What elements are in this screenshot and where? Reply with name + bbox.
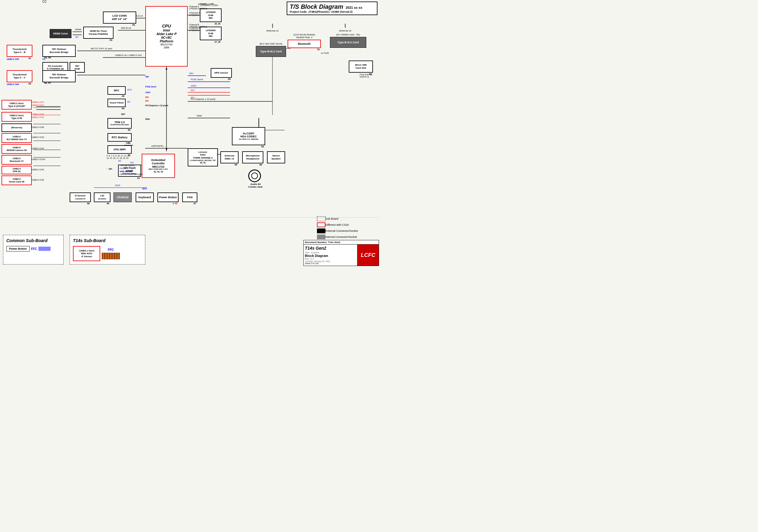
svg-text:I2C: I2C: [130, 161, 134, 164]
usb20-wwan-label: USB2.0M.2 WWAN Slot 74: [7, 135, 27, 141]
svg-text:eSPI/GPIO....: eSPI/GPIO....: [151, 145, 166, 148]
reserve-box: (Reserve): [2, 123, 32, 132]
rtc-num: 23: [128, 142, 130, 145]
usb20-camera-label: USB2.0IR/RGB Camera 95: [7, 146, 27, 151]
common-ffc-bar: [38, 247, 51, 251]
usb2-ch6-label: USB2.0 CH6: [7, 83, 19, 85]
hdmi-retimer-box: HDMI Re-TimerParade-PS8409A 53: [83, 27, 114, 39]
lid-box: LIDSIC93001 46: [94, 192, 111, 202]
g-sensor-box: G-SensorLIS2206LTR 48: [70, 192, 91, 202]
usb20-ch1: USB2.0 CH1: [32, 104, 44, 106]
tbt-c-nums: 56, 57: [44, 82, 51, 85]
wlan-num: 72: [317, 48, 320, 51]
hdmi-conn-label: HDMI Conn: [53, 32, 68, 35]
usb20-bt-box: USB2.0Bluetooth 72: [2, 155, 32, 165]
t14s-ffc-area: FPC: [102, 248, 120, 259]
doc-number: T14s Gen2: [328, 241, 340, 244]
hdmi-num: 53: [68, 38, 71, 42]
nfc-box: NFC 46: [108, 86, 126, 95]
touch-num: 94: [122, 107, 124, 110]
spi-label: SPI: [121, 113, 125, 116]
usb20-ch3b: USB2.0 CH3: [32, 169, 44, 171]
usb32-a-label: USB3.2 Gen1Type-A 68: [9, 114, 24, 119]
spi-flash-num: 22: [137, 177, 140, 180]
alc-label: ALC3287HDA CODEC: [240, 132, 257, 139]
lenovo-nums: 50, 51: [200, 162, 206, 164]
rtc-box: RTC Battery 23: [108, 133, 132, 142]
lcfc-logo: LCFC: [361, 252, 375, 258]
cnvi-bus: CNVi: [145, 91, 151, 93]
title-block: Document Number: T14s Gen2 T14s Gen2 Siz…: [303, 240, 379, 266]
lcd-conn-label: LCD CONNeDP 13" 14": [112, 14, 127, 21]
micro-sim-box: Micro SIMCard Slot 82: [349, 60, 373, 73]
i2c-touch-label: I2C: [127, 101, 130, 103]
ec-box: EmbeddedControllerMEC1723 MEC1723B-I/SK-…: [142, 154, 175, 178]
wlan-desc: (1216 WLAN Module)Garfield Peak -2: [288, 33, 321, 39]
lenovo-asic-id: LC4Q0011BF5Q_MQT836_TE7: [190, 159, 216, 162]
legend-ext-connector-label: External Connector/Socket: [326, 229, 358, 232]
usb20-wwan-box: USB2.0M.2 WWAN Slot 74: [2, 133, 32, 143]
fan-num: 47: [193, 202, 196, 205]
legend-sub-board-label: Sub Board: [326, 217, 338, 220]
smb-label: SMB-MB/SB: [120, 170, 143, 173]
usb20-ch3: USB2.0 CH3: [32, 136, 44, 138]
m2-ssd-label: Type-M M.2 Card: [260, 50, 282, 53]
hdmi-retimer-label: HDMI Re-TimerParade-PS8409A: [89, 30, 108, 35]
legend-diff-cs20-label: Different with CS20: [326, 223, 349, 226]
project-code: Project Code: JT4B1(Phoenix) / JX3B0 (Se…: [290, 10, 374, 13]
svg-text:ISH: ISH: [189, 72, 193, 75]
usb20-fpr-label: USB2.0FPR 95: [13, 167, 20, 173]
legend-int-connector-label: Internal Connector/Socket: [326, 235, 357, 239]
svg-text:RFI: RFI: [191, 96, 195, 99]
tbt-rom-label: TBTROM: [75, 65, 80, 70]
lpddr5-a-nums: 25, 26: [215, 23, 221, 25]
hpd-num: 95: [228, 78, 231, 81]
block-diagram-label: Block Diagram: [305, 254, 356, 257]
cpu-mipi-box: CPU MIPI 21: [108, 145, 132, 154]
nfc-num: 46: [122, 95, 124, 98]
lenovo-asic-label: LenovoASICTHINK ENGINE-3: [193, 151, 213, 159]
pcie-gen4-bus: PCIE Gen4: [145, 85, 156, 88]
t14s-sub-content: -USB3.1 Gen1With AOU-P Sensor FPC: [73, 246, 142, 261]
common-sub-board: Common Sub-Board Power Button FFC: [3, 235, 64, 264]
alc-id: ALC3287-CG_MQP358: [239, 138, 258, 140]
thermal-area: Thermal Sensor PECI 3.1 SMB-MB/SB LED fo…: [120, 164, 143, 176]
tpm-num: 98: [128, 129, 130, 132]
cpu-box: CPU Intel Alder Lake P 6C+8C Platform BG…: [145, 6, 188, 67]
legend-int-connector: Internal Connector/Socket: [317, 235, 377, 239]
cpu-config: 6C+8C: [161, 36, 172, 39]
tbt-c-label: ThunderboltType-C - C: [13, 73, 27, 79]
clickpad-box: ClickPad 46: [114, 192, 132, 202]
audio-label: Audio 84Combo Jack: [248, 183, 263, 188]
cpu-model: Alder Lake P: [156, 32, 177, 36]
touch-panel-label: Touch Panel: [110, 101, 124, 104]
svg-text:HDA: HDA: [197, 115, 202, 117]
tbt-retimer-b-box: TBT RetimerBurnside Bridge 54, 55: [42, 45, 76, 57]
svg-text:Channel A: Channel A: [189, 12, 201, 14]
svg-text:RFI: RFI: [191, 89, 195, 92]
tpm-id: SLI9670F61A321A600: [110, 124, 129, 126]
svg-marker-64: [166, 67, 167, 70]
diagram-year: 2021 xx xx: [346, 6, 362, 9]
usb30-ch2: USB3.0 CH2: [32, 113, 44, 115]
tbt-retimer-c-box: TBT RetimerBurnside Bridge 56, 57: [42, 70, 76, 82]
cc-label1: CC: [42, 58, 46, 60]
doc-title: T14s Gen2: [305, 246, 356, 250]
m2-wwan-desc: (M.2 WWAN Card - 5G): [330, 33, 366, 36]
usb20-smartcard-label: USB2.0Smart Card 46: [9, 178, 24, 183]
reserve-label: (Reserve): [11, 126, 22, 129]
usb2-ch5-label: USB2.0 CH5: [7, 58, 19, 60]
t14s-items-box: -USB3.1 Gen1With AOU-P Sensor: [73, 246, 100, 261]
cpu-brand: Intel: [163, 28, 170, 32]
usb32-a-box: USB3.2 Gen1Type-A 68: [2, 112, 32, 122]
svg-text:I2C: I2C: [75, 36, 79, 38]
ish-bus: ISH: [145, 76, 149, 78]
ext-dmic-box: ExternalDMIC x1 95: [221, 151, 239, 163]
touch-panel-box: Touch Panel 94: [108, 99, 126, 107]
common-sub-content: Power Button FFC: [6, 246, 60, 251]
fan-box: FAN 47: [182, 192, 197, 202]
svg-text:CNVi: CNVi: [191, 84, 196, 87]
tbt-b-box: ThunderboltType-C - B 61: [7, 45, 32, 57]
cpu-package: BGA1744: [160, 43, 172, 46]
common-sub-title: Common Sub-Board: [6, 238, 60, 243]
